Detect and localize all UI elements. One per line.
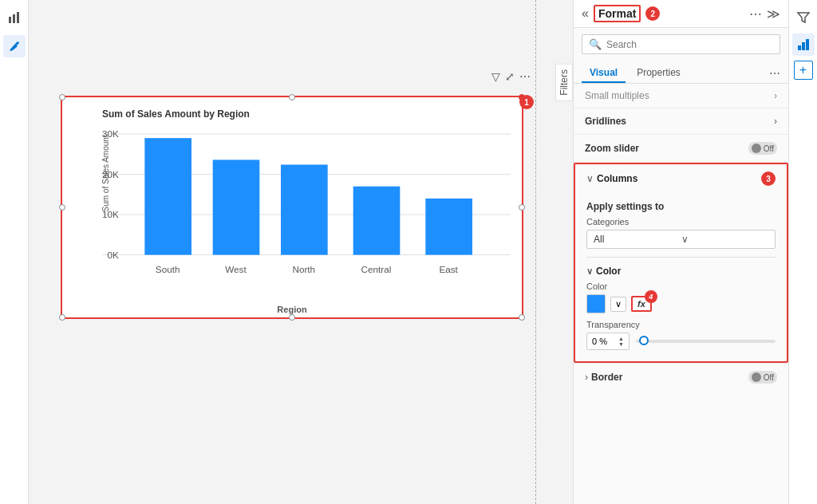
color-dropdown-arrow: ∨ bbox=[615, 299, 622, 309]
svg-rect-12 bbox=[144, 138, 191, 254]
chart-inner: Sum of Sales Amount by Region Sum of Sal… bbox=[62, 97, 522, 317]
expand-chart-icon[interactable]: ⤢ bbox=[505, 70, 515, 83]
collapse-panel-icon[interactable]: « bbox=[582, 6, 589, 21]
svg-rect-18 bbox=[353, 187, 401, 255]
visualizations-icon[interactable] bbox=[792, 33, 815, 56]
categories-dropdown-arrow: ∨ bbox=[681, 234, 769, 245]
categories-label: Categories bbox=[586, 217, 776, 226]
color-chevron: ∨ bbox=[586, 266, 593, 277]
categories-dropdown[interactable]: All ∨ bbox=[586, 230, 776, 249]
columns-chevron-down: ∨ bbox=[586, 173, 594, 184]
svg-text:0K: 0K bbox=[107, 250, 119, 260]
color-label: Color bbox=[586, 282, 776, 291]
toggle-off-label: Off bbox=[764, 144, 774, 153]
columns-header[interactable]: ∨ Columns 3 bbox=[575, 164, 787, 193]
x-axis-label: Region bbox=[277, 305, 306, 314]
more-chart-icon[interactable]: ⋯ bbox=[519, 70, 531, 83]
search-icon: 🔍 bbox=[589, 38, 602, 50]
tab-more-icon[interactable]: ⋯ bbox=[769, 67, 780, 80]
transparency-row: 0 % ▲ ▼ bbox=[586, 333, 776, 350]
spin-up[interactable]: ▲ bbox=[618, 336, 624, 341]
svg-rect-23 bbox=[802, 42, 805, 50]
border-toggle-label: Off bbox=[764, 373, 774, 382]
columns-section: ∨ Columns 3 Apply settings to Categories… bbox=[574, 163, 788, 363]
toggle-circle bbox=[752, 144, 761, 153]
color-section-label: Color bbox=[596, 266, 621, 277]
fx-badge: 4 bbox=[645, 290, 657, 303]
gridlines-label: Gridlines bbox=[585, 116, 774, 127]
chart-container: 1 Sum of Sales Amount by Region Sum of S… bbox=[61, 96, 523, 319]
color-section: ∨ Color Color ∨ fx 4 bbox=[586, 257, 776, 350]
slider-thumb[interactable] bbox=[639, 336, 649, 345]
svg-text:North: North bbox=[292, 265, 315, 274]
chart-toolbar: ▽ ⤢ ⋯ bbox=[491, 70, 531, 83]
small-multiples-label: Small multiples bbox=[585, 90, 774, 101]
filter-chart-icon[interactable]: ▽ bbox=[491, 70, 500, 83]
tab-visual[interactable]: Visual bbox=[582, 64, 626, 83]
transparency-slider[interactable] bbox=[636, 340, 776, 343]
fx-button[interactable]: fx 4 bbox=[631, 296, 652, 312]
columns-label: Columns bbox=[597, 173, 758, 184]
color-dropdown-btn[interactable]: ∨ bbox=[610, 297, 626, 312]
svg-text:West: West bbox=[225, 265, 247, 274]
small-multiples-row[interactable]: Small multiples › bbox=[574, 84, 788, 108]
color-row: ∨ fx 4 bbox=[586, 294, 776, 313]
right-icon-strip: + bbox=[788, 0, 817, 504]
color-swatch[interactable] bbox=[586, 294, 606, 313]
expand-more-icon[interactable]: ≫ bbox=[767, 6, 780, 22]
svg-text:East: East bbox=[439, 265, 458, 274]
border-label: Border bbox=[591, 372, 748, 383]
panel-scroll: Small multiples › Gridlines › Zoom slide… bbox=[574, 84, 788, 504]
svg-rect-20 bbox=[425, 199, 472, 255]
zoom-slider-row[interactable]: Zoom slider Off bbox=[574, 135, 788, 163]
right-panel: « Format 2 ⋯ ≫ 🔍 Visual Properties ⋯ Sma… bbox=[573, 0, 788, 504]
left-icon-bar bbox=[0, 0, 29, 504]
svg-rect-2 bbox=[17, 12, 19, 23]
columns-badge: 3 bbox=[761, 171, 776, 186]
filters-label[interactable]: Filters bbox=[555, 64, 573, 101]
gridlines-row[interactable]: Gridlines › bbox=[574, 108, 788, 135]
svg-rect-0 bbox=[9, 17, 11, 23]
format-more-icon[interactable]: ⋯ bbox=[749, 6, 762, 22]
format-header: « Format 2 ⋯ ≫ bbox=[574, 0, 788, 28]
filter-pane-icon[interactable] bbox=[792, 6, 815, 29]
svg-rect-24 bbox=[806, 39, 809, 50]
add-visual-button[interactable]: + bbox=[794, 61, 813, 80]
report-icon[interactable] bbox=[3, 6, 26, 29]
border-chevron: › bbox=[585, 372, 588, 383]
zoom-slider-label: Zoom slider bbox=[585, 143, 748, 154]
spin-buttons[interactable]: ▲ ▼ bbox=[618, 336, 624, 347]
dashed-divider bbox=[535, 0, 536, 504]
color-section-header[interactable]: ∨ Color bbox=[586, 266, 776, 277]
chart-title: Sum of Sales Amount by Region bbox=[102, 108, 511, 120]
transparency-label: Transparency bbox=[586, 320, 776, 329]
gridlines-chevron: › bbox=[774, 116, 777, 127]
search-input[interactable] bbox=[606, 39, 773, 50]
apply-settings-section: Apply settings to Categories All ∨ bbox=[586, 201, 776, 249]
apply-settings-label: Apply settings to bbox=[586, 201, 776, 212]
svg-text:Central: Central bbox=[361, 265, 392, 274]
svg-rect-14 bbox=[213, 159, 260, 254]
spin-down[interactable]: ▼ bbox=[618, 341, 624, 347]
svg-text:South: South bbox=[156, 265, 180, 274]
categories-value: All bbox=[594, 234, 681, 245]
transparency-value: 0 % bbox=[592, 337, 607, 346]
svg-rect-1 bbox=[13, 14, 15, 23]
search-box: 🔍 bbox=[582, 34, 780, 54]
tab-properties[interactable]: Properties bbox=[629, 64, 689, 83]
small-multiples-chevron: › bbox=[774, 90, 777, 101]
format-badge: 2 bbox=[645, 6, 660, 21]
format-title: Format bbox=[594, 5, 641, 22]
fx-label: fx bbox=[637, 299, 645, 309]
border-toggle[interactable]: Off bbox=[748, 371, 777, 384]
svg-rect-22 bbox=[798, 45, 801, 50]
paintbrush-icon[interactable] bbox=[3, 35, 26, 57]
visual-tabs: Visual Properties ⋯ bbox=[574, 61, 788, 84]
border-toggle-circle bbox=[752, 372, 761, 382]
border-section-row[interactable]: › Border Off bbox=[574, 363, 788, 391]
zoom-slider-toggle[interactable]: Off bbox=[748, 142, 777, 155]
main-canvas: Filters ▽ ⤢ ⋯ 1 Sum of Sales Amount by R… bbox=[29, 0, 573, 504]
chart-svg: 30K 20K 10K 0K South West North Central bbox=[102, 126, 511, 287]
transparency-input[interactable]: 0 % ▲ ▼ bbox=[586, 333, 630, 350]
y-axis-label: Sum of Sales Amount bbox=[101, 135, 110, 211]
